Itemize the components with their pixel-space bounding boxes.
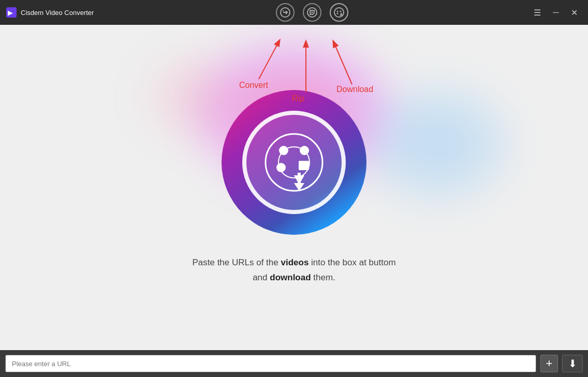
add-url-button[interactable]: + bbox=[540, 355, 558, 372]
bottom-bar: + ⬇ bbox=[0, 350, 588, 377]
url-input[interactable] bbox=[5, 355, 536, 372]
svg-point-23 bbox=[279, 146, 288, 155]
minimize-button[interactable]: ─ bbox=[549, 5, 563, 20]
svg-point-11 bbox=[340, 11, 341, 12]
svg-point-5 bbox=[311, 12, 313, 13]
title-bar-center bbox=[276, 3, 348, 22]
svg-rect-26 bbox=[299, 161, 309, 170]
title-bar: ▶ Cisdem Video Converter bbox=[0, 0, 588, 25]
download-nav-button[interactable] bbox=[330, 3, 348, 22]
blob-blue bbox=[364, 87, 509, 201]
svg-point-9 bbox=[334, 8, 344, 17]
svg-point-7 bbox=[313, 10, 314, 11]
svg-point-12 bbox=[336, 13, 338, 14]
convert-nav-button[interactable] bbox=[276, 3, 295, 22]
start-download-button[interactable]: ⬇ bbox=[562, 355, 583, 372]
svg-rect-28 bbox=[298, 173, 301, 183]
close-button[interactable]: ✕ bbox=[567, 5, 582, 20]
svg-point-21 bbox=[266, 134, 322, 191]
download-icon: ⬇ bbox=[568, 357, 577, 370]
svg-point-24 bbox=[300, 146, 309, 155]
menu-button[interactable]: ☰ bbox=[530, 5, 545, 20]
main-content: Paste the URLs of the videos into the bo… bbox=[0, 25, 588, 350]
svg-text:▶: ▶ bbox=[8, 9, 13, 17]
svg-point-10 bbox=[336, 11, 338, 12]
svg-point-6 bbox=[309, 10, 310, 11]
main-icon-circle bbox=[222, 90, 366, 235]
svg-point-25 bbox=[276, 163, 286, 172]
instruction-text: Paste the URLs of the videos into the bo… bbox=[192, 255, 395, 285]
title-bar-right: ☰ ─ ✕ bbox=[530, 5, 582, 20]
svg-point-8 bbox=[309, 14, 310, 15]
bold-videos: videos bbox=[281, 258, 308, 267]
title-bar-left: ▶ Cisdem Video Converter bbox=[6, 7, 94, 18]
app-icon: ▶ bbox=[6, 7, 17, 18]
rip-nav-button[interactable] bbox=[303, 3, 321, 22]
icon-circle-inner bbox=[242, 111, 346, 214]
app-title: Cisdem Video Converter bbox=[21, 9, 94, 17]
bold-download: download bbox=[270, 273, 311, 282]
reel-download-icon bbox=[260, 129, 328, 196]
